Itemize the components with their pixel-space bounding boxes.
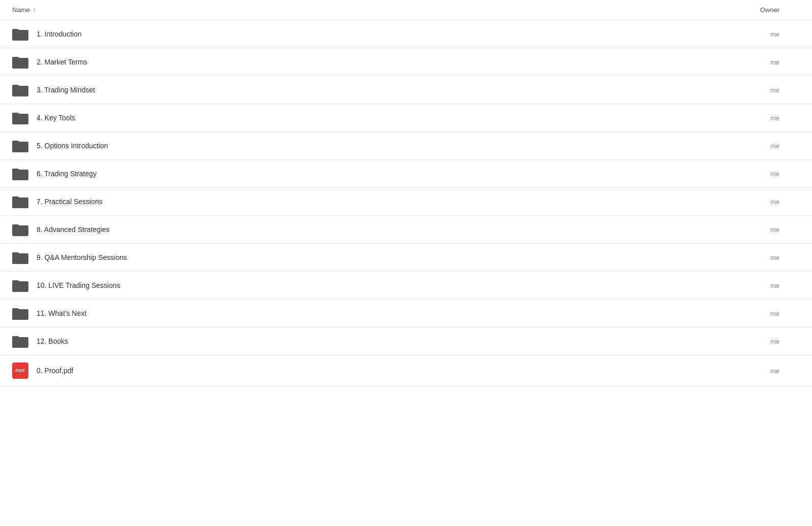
svg-rect-15 (12, 224, 19, 227)
file-name: 12. Books (37, 337, 68, 345)
list-item[interactable]: 7. Practical Sessions me (0, 188, 812, 216)
list-item[interactable]: 2. Market Terms me (0, 48, 812, 76)
list-item[interactable]: 1. Introduction me (0, 20, 812, 48)
svg-rect-17 (12, 252, 19, 255)
svg-rect-1 (12, 29, 19, 32)
svg-rect-23 (12, 336, 19, 339)
list-item[interactable]: 5. Options Introduction me (0, 132, 812, 160)
file-info: 2. Market Terms (12, 55, 87, 69)
pdf-icon: PDF (12, 363, 28, 379)
file-name: 8. Advanced Strategies (37, 225, 110, 234)
svg-rect-11 (12, 169, 19, 172)
folder-icon (12, 223, 28, 236)
file-info: PDF 0. Proof.pdf (12, 363, 73, 379)
file-rows: 1. Introduction me 2. Market Terms me (0, 20, 812, 386)
file-info: 4. Key Tools (12, 111, 75, 124)
file-name: 10. LIVE Trading Sessions (37, 281, 120, 289)
file-name: 9. Q&A Mentorship Sessions (37, 253, 127, 261)
file-name: 6. Trading Strategy (37, 170, 96, 178)
file-info: 12. Books (12, 335, 68, 348)
svg-rect-3 (12, 57, 19, 60)
file-info: 8. Advanced Strategies (12, 223, 110, 236)
folder-icon (12, 27, 28, 41)
file-info: 6. Trading Strategy (12, 167, 96, 180)
file-owner: me (770, 310, 800, 317)
table-header: Name ↑ Owner (0, 0, 812, 20)
list-item[interactable]: 11. What's Next me (0, 300, 812, 327)
file-owner: me (770, 142, 800, 150)
file-owner: me (770, 282, 800, 289)
file-name: 11. What's Next (37, 309, 86, 317)
file-info: 10. LIVE Trading Sessions (12, 279, 120, 292)
file-info: 7. Practical Sessions (12, 195, 103, 208)
file-owner: me (770, 114, 800, 122)
folder-icon (12, 307, 28, 320)
list-item[interactable]: 12. Books me (0, 327, 812, 355)
file-owner: me (770, 226, 800, 234)
file-owner: me (770, 58, 800, 66)
name-column-header[interactable]: Name ↑ (12, 6, 36, 14)
list-item[interactable]: 8. Advanced Strategies me (0, 216, 812, 244)
folder-icon (12, 55, 28, 69)
file-name: 4. Key Tools (37, 114, 75, 122)
file-info: 1. Introduction (12, 27, 82, 41)
folder-icon (12, 195, 28, 208)
svg-rect-9 (12, 141, 19, 144)
file-owner: me (770, 170, 800, 178)
owner-column-header: Owner (760, 6, 800, 14)
file-info: 3. Trading Mindset (12, 83, 95, 96)
file-owner: me (770, 338, 800, 345)
file-owner: me (770, 86, 800, 94)
svg-rect-7 (12, 113, 19, 116)
file-name: 0. Proof.pdf (37, 367, 73, 375)
list-item[interactable]: 3. Trading Mindset me (0, 76, 812, 104)
name-label: Name (12, 6, 30, 14)
folder-icon (12, 279, 28, 292)
svg-rect-5 (12, 85, 19, 88)
file-owner: me (770, 367, 800, 375)
folder-icon (12, 251, 28, 264)
file-name: 7. Practical Sessions (37, 198, 103, 206)
svg-rect-19 (12, 280, 19, 283)
svg-rect-13 (12, 196, 19, 200)
file-name: 5. Options Introduction (37, 142, 108, 150)
folder-icon (12, 111, 28, 124)
list-item[interactable]: 6. Trading Strategy me (0, 160, 812, 188)
file-info: 11. What's Next (12, 307, 86, 320)
file-list-container: Name ↑ Owner 1. Introduction me (0, 0, 812, 526)
folder-icon (12, 167, 28, 180)
svg-rect-21 (12, 308, 19, 311)
folder-icon (12, 83, 28, 96)
folder-icon (12, 335, 28, 348)
file-owner: me (770, 198, 800, 206)
file-info: 5. Options Introduction (12, 139, 108, 152)
folder-icon (12, 139, 28, 152)
file-info: 9. Q&A Mentorship Sessions (12, 251, 127, 264)
list-item[interactable]: 9. Q&A Mentorship Sessions me (0, 244, 812, 272)
list-item[interactable]: PDF 0. Proof.pdf me (0, 355, 812, 386)
list-item[interactable]: 4. Key Tools me (0, 104, 812, 132)
sort-arrow-icon: ↑ (33, 7, 36, 14)
file-name: 1. Introduction (37, 30, 82, 38)
file-name: 2. Market Terms (37, 58, 87, 66)
file-name: 3. Trading Mindset (37, 86, 95, 94)
list-item[interactable]: 10. LIVE Trading Sessions me (0, 272, 812, 300)
file-owner: me (770, 30, 800, 38)
file-owner: me (770, 254, 800, 261)
